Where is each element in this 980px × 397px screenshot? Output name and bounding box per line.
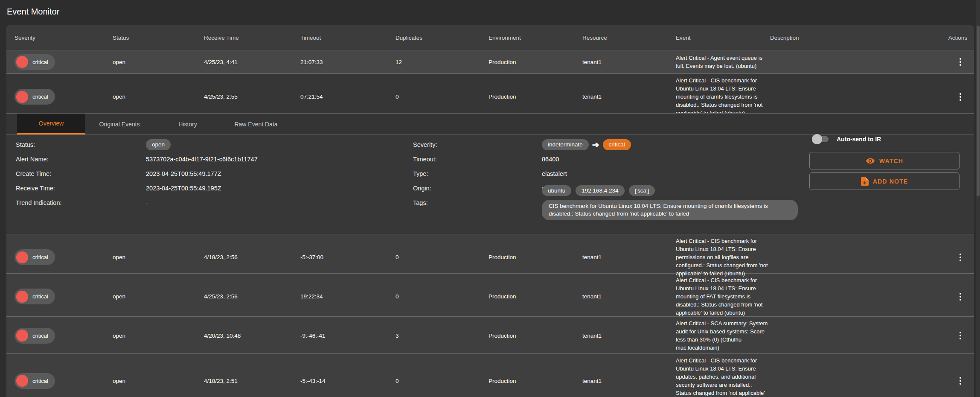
- col-header-event: Event: [676, 35, 770, 41]
- environment-cell: Production: [489, 333, 582, 339]
- tab-original-events[interactable]: Original Events: [85, 114, 154, 134]
- table-row[interactable]: critical open 4/18/23, 2:56 -5:-37:00 0 …: [6, 234, 974, 273]
- resource-cell: tenant1: [582, 93, 676, 100]
- table-row[interactable]: critical open 4/20/23, 10:48 -9:-46:-41 …: [6, 316, 974, 353]
- tags-value: ubuntu 192.168.4.234 ['sca'] CIS benchma…: [542, 184, 798, 222]
- status-cell: open: [113, 59, 204, 65]
- watch-button[interactable]: WATCH: [809, 152, 960, 169]
- receive-time-cell: 4/25/23, 2:56: [204, 293, 300, 300]
- resource-cell: tenant1: [582, 378, 676, 384]
- detail-tabbar: Overview Original Events History Raw Eve…: [6, 114, 974, 135]
- event-cell: Alert Critical - CIS benchmark for Ubunt…: [676, 274, 768, 319]
- tab-overview[interactable]: Overview: [17, 114, 85, 134]
- timeout-cell: -5:-37:00: [300, 254, 395, 260]
- row-actions-kebab-icon[interactable]: [958, 56, 963, 67]
- row-actions-kebab-icon[interactable]: [958, 252, 963, 263]
- scrollbar-thumb[interactable]: [977, 26, 980, 196]
- severity-dot-icon: [16, 56, 28, 68]
- severity-badge: critical: [15, 328, 55, 344]
- severity-dot-icon: [16, 375, 28, 387]
- receive-time-cell: 4/25/23, 2:55: [204, 93, 300, 100]
- auto-send-label: Auto-send to IR: [837, 136, 881, 143]
- tab-raw-event-data[interactable]: Raw Event Data: [222, 114, 290, 134]
- duplicates-cell: 0: [395, 254, 489, 260]
- severity-badge: critical: [15, 89, 55, 105]
- field-label-origin: Origin:: [413, 185, 542, 192]
- field-label-alert-name: Alert Name:: [16, 156, 146, 163]
- table-row[interactable]: critical open 4/25/23, 2:55 07:21:54 0 P…: [6, 73, 974, 113]
- field-label-create-time: Create Time:: [16, 170, 146, 177]
- receive-time-cell: 4/20/23, 10:48: [204, 333, 300, 339]
- table-header: Severity Status Receive Time Timeout Dup…: [6, 25, 974, 50]
- event-cell: Alert Critical - Agent event queue is fu…: [676, 51, 768, 73]
- event-cell: Alert Critical - CIS benchmark for Ubunt…: [676, 354, 768, 397]
- environment-cell: Production: [489, 93, 582, 100]
- field-label-trend-indication: Trend Indication:: [16, 199, 146, 206]
- auto-send-toggle[interactable]: [814, 136, 829, 142]
- type-value: elastalert: [542, 170, 798, 177]
- event-cell: Alert Critical - SCA summary: System aud…: [676, 317, 768, 354]
- severity-label: critical: [32, 293, 48, 300]
- duplicates-cell: 0: [395, 378, 489, 384]
- tag-pill: 192.168.4.234: [576, 185, 624, 196]
- receive-time-cell: 4/25/23, 4:41: [204, 59, 300, 65]
- col-header-duplicates: Duplicates: [395, 35, 489, 41]
- resource-cell: tenant1: [582, 59, 676, 65]
- tag-pill: ['sca']: [629, 185, 655, 196]
- environment-cell: Production: [489, 293, 582, 300]
- severity-dot-icon: [16, 330, 28, 342]
- duplicates-cell: 3: [395, 333, 489, 339]
- environment-cell: Production: [489, 59, 582, 65]
- severity-label: critical: [32, 333, 48, 339]
- add-note-button[interactable]: ADD NOTE: [809, 172, 960, 190]
- severity-dot-icon: [16, 291, 28, 303]
- table-row[interactable]: critical open 4/18/23, 2:51 -5:-43:-14 0…: [6, 353, 974, 397]
- table-row[interactable]: critical open 4/25/23, 2:56 19:22:34 0 P…: [6, 273, 974, 316]
- col-header-actions: Actions: [936, 35, 974, 41]
- event-cell: Alert Critical - CIS benchmark for Ubunt…: [676, 234, 768, 280]
- severity-label: critical: [32, 254, 48, 260]
- row-actions-kebab-icon[interactable]: [958, 91, 963, 102]
- col-header-environment: Environment: [489, 35, 582, 41]
- tab-history[interactable]: History: [154, 114, 222, 134]
- col-header-resource: Resource: [582, 35, 676, 41]
- status-pill: open: [146, 139, 171, 150]
- severity-badge: critical: [15, 373, 55, 389]
- detail-fields-mid: Severity: indeterminate ➔ critical Timeo…: [413, 137, 798, 210]
- row-actions-kebab-icon[interactable]: [958, 375, 963, 386]
- trend-indication-value: -: [146, 199, 258, 206]
- field-label-type: Type:: [413, 170, 542, 177]
- receive-time-cell: 4/18/23, 2:56: [204, 254, 300, 260]
- environment-cell: Production: [489, 254, 582, 260]
- timeout-cell: 21:07:33: [300, 59, 395, 65]
- duplicates-cell: 12: [395, 59, 489, 65]
- page-title: Event Monitor: [0, 0, 980, 25]
- severity-dot-icon: [16, 91, 28, 103]
- field-label-receive-time: Receive Time:: [16, 185, 146, 192]
- receive-time-value: 2023-04-25T00:55:49.195Z: [146, 185, 258, 192]
- field-label-severity: Severity:: [413, 141, 542, 148]
- eye-icon: [866, 156, 875, 166]
- duplicates-cell: 0: [395, 93, 489, 100]
- severity-label: critical: [32, 59, 48, 65]
- receive-time-cell: 4/18/23, 2:51: [204, 378, 300, 384]
- resource-cell: tenant1: [582, 254, 676, 260]
- field-label-timeout: Timeout:: [413, 156, 542, 163]
- row-actions-kebab-icon[interactable]: [958, 291, 963, 302]
- col-header-description: Description: [770, 35, 936, 41]
- col-header-receive-time: Receive Time: [204, 35, 300, 41]
- tag-pill: ubuntu: [542, 185, 571, 196]
- status-cell: open: [113, 378, 204, 384]
- row-actions-kebab-icon[interactable]: [958, 330, 963, 341]
- col-header-timeout: Timeout: [300, 35, 395, 41]
- resource-cell: tenant1: [582, 293, 676, 300]
- severity-badge: critical: [15, 54, 55, 70]
- field-label-tags: Tags:: [413, 199, 542, 206]
- table-row[interactable]: critical open 4/25/23, 4:41 21:07:33 12 …: [6, 50, 974, 73]
- scrollbar[interactable]: [976, 0, 980, 397]
- create-time-value: 2023-04-25T00:55:49.177Z: [146, 170, 258, 177]
- duplicates-cell: 0: [395, 293, 489, 300]
- event-cell: Alert Critical - CIS benchmark for Ubunt…: [676, 74, 768, 120]
- timeout-cell: -5:-43:-14: [300, 378, 395, 384]
- detail-actions: Auto-send to IR WATCH ADD NOTE: [809, 133, 960, 193]
